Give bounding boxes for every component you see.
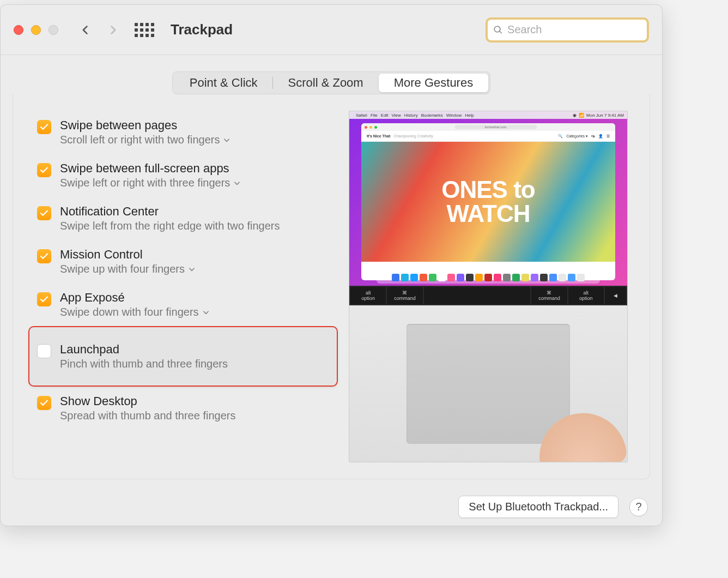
checkbox-mission-control[interactable] <box>37 249 51 263</box>
traffic-lights <box>14 25 58 35</box>
bluetooth-trackpad-button[interactable]: Set Up Bluetooth Trackpad... <box>458 496 618 518</box>
option-sub-dropdown[interactable]: Swipe left or right with three fingers <box>60 177 327 189</box>
preview-trackpad-area <box>349 305 627 462</box>
key-space <box>424 287 531 304</box>
preview-menubar: SafariFileEditViewHistoryBookmarksWindow… <box>349 111 627 119</box>
checkbox-launchpad[interactable] <box>37 344 51 358</box>
gesture-preview: SafariFileEditViewHistoryBookmarksWindow… <box>349 111 628 462</box>
option-show-desktop: Show Desktop Spread with thumb and three… <box>35 387 338 430</box>
tab-point-click[interactable]: Point & Click <box>174 74 273 92</box>
chevron-down-icon <box>188 266 196 273</box>
search-input[interactable] <box>507 23 641 36</box>
key-arrow-left: ◀ <box>605 287 626 304</box>
key: altoption <box>568 287 604 304</box>
footer: Set Up Bluetooth Trackpad... ? <box>1 490 662 518</box>
chevron-down-icon <box>233 179 241 187</box>
page-title: Trackpad <box>171 21 233 38</box>
chevron-down-icon <box>223 136 230 144</box>
checkbox-swipe-pages[interactable] <box>37 120 51 134</box>
option-title: Swipe between full-screen apps <box>60 161 327 176</box>
checkbox-app-expose[interactable] <box>37 292 51 306</box>
option-sub: Spread with thumb and three fingers <box>60 410 327 422</box>
option-title: Launchpad <box>60 342 326 357</box>
tab-scroll-zoom[interactable]: Scroll & Zoom <box>273 74 379 92</box>
hero-line1: ONES to <box>441 178 535 202</box>
nav-arrows <box>80 25 118 35</box>
option-swipe-pages: Swipe between pages Scroll left or right… <box>35 111 338 154</box>
option-app-expose: App Exposé Swipe down with four fingers <box>35 283 338 326</box>
key: altoption <box>350 287 386 304</box>
option-title: Show Desktop <box>60 394 327 408</box>
maximize-window-button[interactable] <box>48 25 58 35</box>
show-all-icon[interactable] <box>135 23 154 37</box>
options-list: Swipe between pages Scroll left or right… <box>13 111 338 462</box>
option-mission-control: Mission Control Swipe up with four finge… <box>35 240 338 283</box>
content-panel: Swipe between pages Scroll left or right… <box>13 94 650 479</box>
preview-site-header: It's Nice ThatChampioning Creativity 🔍Ca… <box>361 131 615 142</box>
option-notification-center: Notification Center Swipe left from the … <box>35 197 338 240</box>
preview-screen: SafariFileEditViewHistoryBookmarksWindow… <box>349 111 627 286</box>
checkbox-swipe-fullscreen[interactable] <box>37 163 51 177</box>
option-sub-dropdown[interactable]: Swipe down with four fingers <box>60 306 327 318</box>
option-sub-dropdown[interactable]: Swipe up with four fingers <box>60 263 327 275</box>
option-sub-label: Swipe up with four fingers <box>60 263 185 275</box>
option-sub-dropdown[interactable]: Scroll left or right with two fingers <box>60 134 327 146</box>
chevron-down-icon <box>202 309 210 316</box>
option-title: Notification Center <box>60 204 327 219</box>
search-icon <box>493 25 503 35</box>
forward-button[interactable] <box>107 25 118 35</box>
option-sub: Pinch with thumb and three fingers <box>60 358 326 370</box>
preview-trackpad-surface <box>407 324 570 444</box>
preview-browser-chrome: itsnicethat.com <box>361 123 615 131</box>
option-swipe-fullscreen: Swipe between full-screen apps Swipe lef… <box>35 154 338 197</box>
preview-hero: ONES to WATCH <box>361 142 615 262</box>
option-title: Mission Control <box>60 248 327 262</box>
back-button[interactable] <box>80 25 91 35</box>
checkbox-notification-center[interactable] <box>37 206 51 220</box>
preferences-window: Trackpad Point & Click Scroll & Zoom Mor… <box>0 4 663 526</box>
option-sub-label: Swipe left or right with three fingers <box>60 177 230 189</box>
checkbox-show-desktop[interactable] <box>37 396 51 410</box>
close-window-button[interactable] <box>14 25 23 35</box>
preview-dock <box>377 272 600 284</box>
hero-line2: WATCH <box>441 202 535 226</box>
option-sub: Swipe left from the right edge with two … <box>60 220 327 232</box>
option-sub-label: Scroll left or right with two fingers <box>60 134 220 146</box>
search-box[interactable] <box>486 17 649 43</box>
titlebar: Trackpad <box>1 5 662 55</box>
help-button[interactable]: ? <box>629 498 648 516</box>
option-title: App Exposé <box>60 291 327 305</box>
key: ⌘command <box>387 287 422 304</box>
option-launchpad: Launchpad Pinch with thumb and three fin… <box>28 326 338 387</box>
key: ⌘command <box>531 287 567 304</box>
preview-addr: itsnicethat.com <box>455 125 537 129</box>
option-sub-label: Swipe down with four fingers <box>60 306 199 318</box>
preview-keyboard: altoption ⌘command ⌘command altoption ◀ <box>349 286 627 305</box>
tabs-container: Point & Click Scroll & Zoom More Gesture… <box>1 55 662 94</box>
option-title: Swipe between pages <box>60 118 327 133</box>
segmented-control: Point & Click Scroll & Zoom More Gesture… <box>172 71 490 94</box>
tab-more-gestures[interactable]: More Gestures <box>379 74 489 92</box>
minimize-window-button[interactable] <box>31 25 41 35</box>
preview-browser: itsnicethat.com It's Nice ThatChampionin… <box>361 123 615 280</box>
